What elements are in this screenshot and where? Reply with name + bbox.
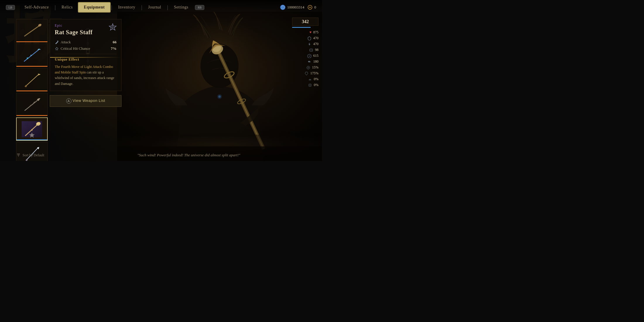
parry-icon xyxy=(308,77,312,81)
stat-entry-shield: 98 xyxy=(292,48,318,52)
svg-marker-27 xyxy=(29,133,35,138)
tab-relics[interactable]: Relics xyxy=(56,3,78,12)
nav-separator-3: | xyxy=(141,4,142,11)
info-panel: Epic Rat Sage Staff Attack 66 Critical H… xyxy=(50,19,121,107)
hp-value: 875 xyxy=(313,30,318,35)
block-icon xyxy=(307,54,311,58)
weapon-list xyxy=(16,19,50,161)
svg-point-45 xyxy=(308,67,309,68)
unique-effect-text: The Fourth Move of Light Attack Combo an… xyxy=(55,64,117,87)
stat-entry-crit-rate: 15% xyxy=(292,65,318,70)
stat-entry-defense: 470 xyxy=(292,36,318,40)
shield-icon xyxy=(309,48,313,52)
tab-inventory[interactable]: Inventory xyxy=(113,3,141,12)
weapon-slot-bar-4 xyxy=(16,115,47,116)
lb-button[interactable]: LB xyxy=(6,5,15,10)
tab-self-advance[interactable]: Self-Advance xyxy=(19,3,54,12)
crit-rate-icon xyxy=(306,66,310,70)
level-progress-bar xyxy=(292,27,311,28)
nav-separator-1: | xyxy=(55,4,56,11)
nav-separator-2: | xyxy=(111,4,112,11)
speed-value: 180 xyxy=(313,59,318,64)
stat-crit-label: Critical Hit Chance xyxy=(55,46,90,51)
weapon-slot-2[interactable] xyxy=(16,44,48,67)
svg-point-10 xyxy=(218,95,221,98)
stat-divider xyxy=(55,54,117,54)
unique-effect-line xyxy=(50,57,121,58)
svg-point-26 xyxy=(31,129,33,131)
currency1-value: 100003314 xyxy=(287,5,304,10)
unique-effect-highlight: The Fourth Move of Light Attack Combo an… xyxy=(55,65,113,74)
status-value: 0% xyxy=(314,83,318,87)
weapon-icon-2 xyxy=(22,47,42,64)
parry-value: 0% xyxy=(314,77,318,81)
stat-entry-crit-dmg: 175% xyxy=(292,71,318,76)
character-level-badge: 342 xyxy=(292,18,318,26)
status-icon xyxy=(308,83,312,87)
tab-journal[interactable]: Journal xyxy=(143,3,167,12)
svg-point-13 xyxy=(281,6,285,9)
svg-point-19 xyxy=(27,57,28,59)
block-value: 615 xyxy=(313,54,318,58)
energy-icon xyxy=(307,42,311,46)
crit-dmg-value: 175% xyxy=(310,71,318,76)
character-stats-panel: 342 ♥ 875 470 470 98 615 xyxy=(292,18,318,89)
weapon-icon-3 xyxy=(22,72,42,88)
currency1-icon xyxy=(280,5,285,10)
weapon-slot-6[interactable] xyxy=(16,142,48,161)
sort-label[interactable]: Sort by Default xyxy=(16,153,44,157)
view-weapon-list-button[interactable]: A View Weapon List xyxy=(50,95,121,107)
sort-icon xyxy=(16,153,21,157)
item-card: Epic Rat Sage Staff Attack 66 Critical H… xyxy=(50,19,121,91)
attack-icon xyxy=(55,40,59,44)
stat-crit-value: 7% xyxy=(111,46,117,51)
speed-icon xyxy=(307,60,311,64)
nav-separator-4: | xyxy=(167,4,168,11)
weapon-slot-5[interactable] xyxy=(16,117,48,141)
stat-entry-block: 615 xyxy=(292,54,318,58)
view-weapon-list-label: View Weapon List xyxy=(73,98,105,103)
bottom-quote: "Such wind! Powerful indeed! The univers… xyxy=(88,153,290,157)
hp-icon: ♥ xyxy=(309,30,311,35)
svg-line-15 xyxy=(25,26,39,36)
svg-point-20 xyxy=(30,55,32,56)
stat-entry-speed: 180 xyxy=(292,59,318,64)
weapon-slot-bar-3 xyxy=(16,90,47,91)
currency2-icon xyxy=(307,5,313,10)
currency-1: 100003314 xyxy=(280,5,304,10)
tab-settings[interactable]: Settings xyxy=(169,3,193,12)
stat-attack-label: Attack xyxy=(55,40,71,44)
energy-value: 470 xyxy=(313,42,318,46)
weapon-slot-3[interactable] xyxy=(16,68,48,92)
item-name: Rat Sage Staff xyxy=(55,29,117,36)
nav-currency-area: 100003314 0 xyxy=(280,5,316,10)
stat-row-attack: Attack 66 xyxy=(55,40,117,44)
a-button: A xyxy=(66,98,71,104)
rb-button[interactable]: RB xyxy=(195,5,204,10)
unique-effect-title: Unique Effect xyxy=(55,57,117,62)
stat-row-crit: Critical Hit Chance 7% xyxy=(55,46,117,51)
item-rarity-icon xyxy=(108,23,117,32)
weapon-icon-4 xyxy=(22,97,42,113)
currency2-value: 0 xyxy=(314,5,316,10)
sort-label-text: Sort by Default xyxy=(23,153,44,157)
stat-entry-parry: 0% xyxy=(292,77,318,81)
currency-2: 0 xyxy=(307,5,316,10)
stat-entry-energy: 470 xyxy=(292,42,318,46)
unique-effect-section: Unique Effect The Fourth Move of Light A… xyxy=(55,57,117,87)
weapon-slot-4[interactable] xyxy=(16,93,48,116)
weapon-slot-bar-2 xyxy=(16,66,47,67)
weapon-slot-bar-5 xyxy=(17,139,47,140)
weapon-icon-1 xyxy=(22,23,42,39)
navigation-bar: LB Self-Advance | Relics Equipment | Inv… xyxy=(0,0,322,15)
stat-entry-status: 0% xyxy=(292,83,318,87)
tab-equipment[interactable]: Equipment xyxy=(78,2,110,13)
crit-rate-value: 15% xyxy=(312,65,318,70)
weapon-slot-1[interactable] xyxy=(16,19,48,42)
stat-entry-hp: ♥ 875 xyxy=(292,30,318,35)
svg-line-21 xyxy=(25,74,39,87)
item-rarity-label: Epic xyxy=(55,23,117,28)
shield-value: 98 xyxy=(315,48,318,52)
crit-icon xyxy=(55,47,59,51)
weapon-slot-bar-1 xyxy=(16,41,47,42)
